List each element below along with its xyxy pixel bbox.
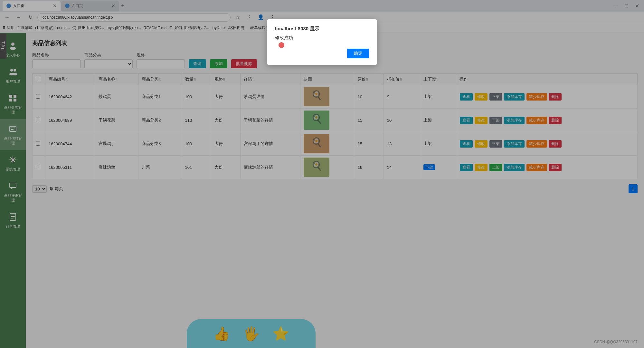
dialog-overlay[interactable]: localhost:8080 显示 修改成功 确定 (0, 0, 644, 348)
dialog-ok-button[interactable]: 确定 (347, 49, 369, 58)
dialog-footer: 确定 (275, 49, 369, 58)
dialog-title: localhost:8080 显示 (275, 26, 369, 32)
dialog-box: localhost:8080 显示 修改成功 确定 (267, 19, 377, 65)
dialog-message: 修改成功 (275, 35, 369, 41)
